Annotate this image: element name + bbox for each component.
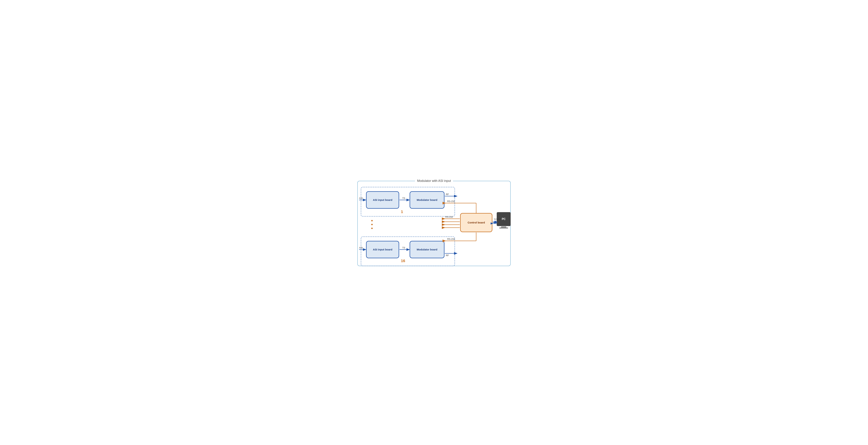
dot-1 (371, 220, 373, 221)
pc-base (499, 228, 508, 229)
diagram-title: Modulator with ASI input (415, 179, 453, 183)
dots-area (371, 220, 373, 229)
number-1: 1 (401, 209, 403, 214)
dot-2 (371, 224, 373, 225)
modulator-board-bottom: Modulator board (410, 241, 444, 258)
dot-3 (371, 228, 373, 229)
number-16: 16 (401, 259, 405, 263)
diagram: Modulator with ASI input 1 16 ASI input … (355, 177, 513, 268)
asi-input-board-top: ASI input board (366, 191, 399, 209)
pc-box: PC (497, 212, 511, 226)
control-board: Control board (460, 213, 492, 232)
modulator-board-top: Modulator board (410, 191, 444, 209)
asi-input-board-bottom: ASI input board (366, 241, 399, 258)
